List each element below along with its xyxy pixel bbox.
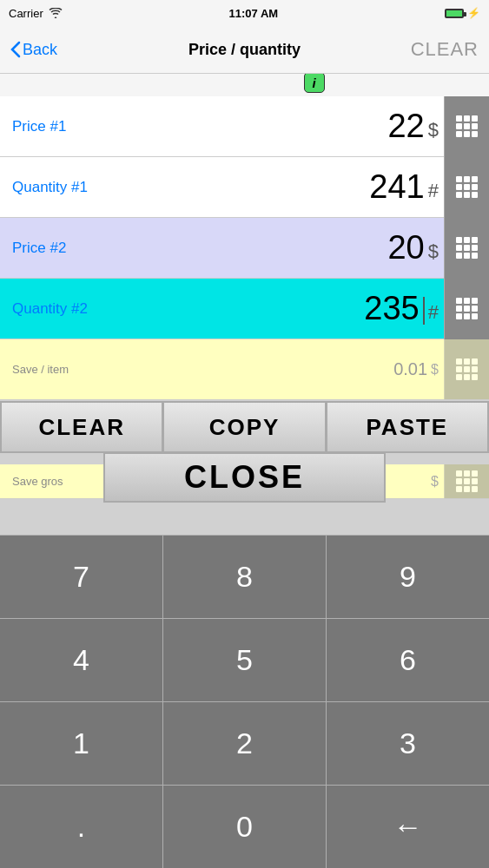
key-5[interactable]: 5 xyxy=(163,619,327,701)
price1-value[interactable]: 22 xyxy=(387,108,427,145)
save-item-grid-button[interactable] xyxy=(444,339,489,400)
keypad: 7 8 9 4 5 6 1 2 3 . 0 ← xyxy=(0,535,489,868)
status-left: Carrier xyxy=(9,7,63,20)
key-2[interactable]: 2 xyxy=(163,702,327,785)
popup-action-row: CLEAR COPY PASTE xyxy=(0,401,489,453)
qty2-row: Quantity #2 235 # xyxy=(0,279,489,339)
paste-button[interactable]: PASTE xyxy=(327,401,489,453)
qty2-label: Quantity #2 xyxy=(0,300,364,318)
key-4[interactable]: 4 xyxy=(0,619,163,701)
price2-row: Price #2 20 $ xyxy=(0,218,489,279)
price1-label: Price #1 xyxy=(0,118,387,135)
keypad-row-2: 4 5 6 xyxy=(0,618,489,701)
save-item-label: Save / item xyxy=(0,363,203,376)
wifi-icon xyxy=(49,8,63,18)
key-3[interactable]: 3 xyxy=(327,702,489,785)
keypad-row-1: 7 8 9 xyxy=(0,535,489,618)
key-8[interactable]: 8 xyxy=(163,536,327,618)
qty1-value[interactable]: 241 xyxy=(369,168,427,206)
grid-icon xyxy=(456,176,478,198)
back-chevron-icon xyxy=(10,41,21,58)
bolt-icon: ⚡ xyxy=(467,7,480,19)
key-1[interactable]: 1 xyxy=(0,702,163,785)
grid-icon xyxy=(456,358,478,380)
clear-button[interactable]: CLEAR xyxy=(0,401,162,453)
save-item-row: Save / item 0.01 $ xyxy=(0,339,489,400)
save-item-unit: $ xyxy=(431,362,444,378)
battery-icon xyxy=(445,9,464,18)
nav-clear-button[interactable]: CLEAR xyxy=(411,38,479,61)
price2-unit: $ xyxy=(428,233,444,263)
nav-title: Price / quantity xyxy=(188,41,301,59)
back-label: Back xyxy=(23,41,57,59)
qty1-grid-button[interactable] xyxy=(444,157,489,218)
grid-icon xyxy=(456,115,478,137)
grid-icon xyxy=(456,298,478,319)
price2-label: Price #2 xyxy=(0,240,387,257)
status-right: ⚡ xyxy=(445,7,480,19)
info-button[interactable]: i xyxy=(304,72,325,93)
price2-grid-button[interactable] xyxy=(444,218,489,279)
copy-button[interactable]: COPY xyxy=(162,401,326,453)
qty1-label: Quantity #1 xyxy=(0,179,369,196)
key-7[interactable]: 7 xyxy=(0,536,163,618)
qty2-value[interactable]: 235 xyxy=(364,290,422,327)
price2-value[interactable]: 20 xyxy=(387,229,427,266)
qty1-unit: # xyxy=(428,173,444,202)
cursor xyxy=(423,297,425,325)
info-label: i xyxy=(312,76,315,90)
qty2-grid-button[interactable] xyxy=(444,279,489,339)
key-decimal[interactable]: . xyxy=(0,786,163,868)
nav-bar: Back Price / quantity CLEAR xyxy=(0,26,489,74)
input-section: Price #1 22 $ Quantity #1 241 # Price #2… xyxy=(0,96,489,400)
info-section: i xyxy=(0,72,489,96)
keypad-row-4: . 0 ← xyxy=(0,785,489,868)
qty1-row: Quantity #1 241 # xyxy=(0,157,489,218)
grid-icon xyxy=(456,237,478,259)
overlay-popup: CLEAR COPY PASTE CLOSE xyxy=(0,401,489,503)
back-button[interactable]: Back xyxy=(10,41,57,59)
key-0[interactable]: 0 xyxy=(163,786,327,868)
key-backspace[interactable]: ← xyxy=(327,786,489,868)
key-6[interactable]: 6 xyxy=(327,619,489,701)
keypad-row-3: 1 2 3 xyxy=(0,701,489,785)
price1-grid-button[interactable] xyxy=(444,96,489,157)
status-time: 11:07 AM xyxy=(229,7,279,20)
qty2-unit: # xyxy=(428,294,444,324)
close-button[interactable]: CLOSE xyxy=(103,452,386,503)
status-bar: Carrier 11:07 AM ⚡ xyxy=(0,0,489,26)
price1-row: Price #1 22 $ xyxy=(0,96,489,157)
save-item-value[interactable]: 0.01 xyxy=(393,359,431,379)
key-9[interactable]: 9 xyxy=(327,536,489,618)
carrier-label: Carrier xyxy=(9,7,43,20)
price1-unit: $ xyxy=(428,112,444,141)
